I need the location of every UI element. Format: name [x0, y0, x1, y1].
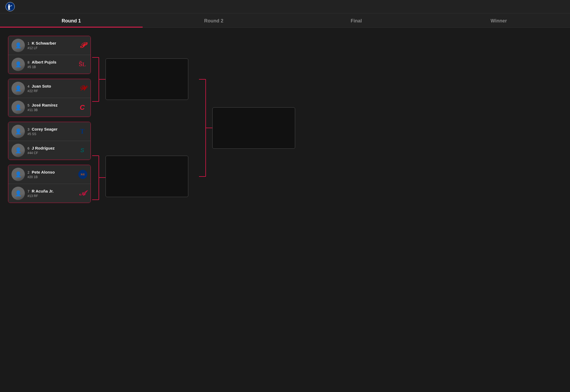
round2-box-bottom: [106, 156, 188, 197]
svg-rect-5: [9, 9, 10, 10]
name-ramirez: José Ramírez: [32, 103, 58, 107]
name-pujols: Albert Pujols: [32, 60, 57, 64]
tab-winner[interactable]: Winner: [428, 13, 570, 28]
divider-1-2: [8, 74, 92, 79]
avatar-ramirez: 👤: [11, 101, 25, 114]
svg-rect-1: [9, 4, 10, 5]
player-card-schwarber[interactable]: 👤 1 K Schwarber #12 LF 𝒫: [8, 36, 91, 55]
player-info-pujols: 8 Albert Pujols #5 1B: [28, 60, 75, 69]
round1-column: 👤 1 K Schwarber #12 LF 𝒫 👤 8 Albert Pujo…: [8, 36, 92, 203]
gap-between-pairs: [8, 117, 92, 122]
name-alonso: Pete Alonso: [32, 170, 55, 174]
detail-pujols: #5 1B: [28, 65, 75, 69]
player-card-seager[interactable]: 👤 3 Corey Seager #5 SS T: [8, 122, 91, 141]
logo-braves: 𝒜: [77, 188, 87, 198]
name-rodriguez: J Rodríguez: [32, 146, 55, 150]
name-seager: Corey Seager: [32, 127, 58, 131]
detail-acuna: #13 RF: [28, 194, 75, 198]
round2-column: [106, 36, 199, 197]
matchup-1: 👤 1 K Schwarber #12 LF 𝒫 👤 8 Albert Pujo…: [8, 36, 91, 74]
logo-mariners: S: [77, 145, 87, 155]
logo-guardians: C: [77, 102, 87, 112]
avatar-rodriguez: 👤: [11, 144, 25, 157]
svg-point-0: [6, 2, 15, 11]
app-header: [0, 0, 570, 13]
player-info-alonso: 2 Pete Alonso #20 1B: [28, 170, 76, 179]
player-info-rodriguez: 6 J Rodríguez #44 CF: [28, 146, 75, 155]
player-info-acuna: 7 R Acuña Jr. #13 RF: [28, 189, 75, 198]
seed-rodriguez: 6: [28, 146, 29, 150]
avatar-soto: 👤: [11, 82, 25, 95]
bracket-area: 👤 1 K Schwarber #12 LF 𝒫 👤 8 Albert Pujo…: [0, 28, 570, 276]
detail-schwarber: #12 LF: [28, 46, 75, 50]
avatar-alonso: 👤: [11, 168, 25, 181]
svg-rect-4: [8, 9, 9, 10]
logo-mets: NY: [78, 170, 87, 179]
svg-rect-2: [8, 5, 10, 9]
player-card-ramirez[interactable]: 👤 5 José Ramírez #11 3B C: [8, 98, 91, 117]
tab-final[interactable]: Final: [285, 13, 428, 28]
detail-rodriguez: #44 CF: [28, 151, 75, 155]
avatar-seager: 👤: [11, 125, 25, 138]
logo-nationals: 𝒲: [77, 83, 87, 93]
avatar-pujols: 👤: [11, 58, 25, 71]
nav-tabs: Round 1 Round 2 Final Winner: [0, 13, 570, 28]
name-schwarber: K Schwarber: [32, 41, 56, 45]
player-info-ramirez: 5 José Ramírez #11 3B: [28, 103, 75, 112]
seed-seager: 3: [28, 127, 29, 131]
player-card-rodriguez[interactable]: 👤 6 J Rodríguez #44 CF S: [8, 141, 91, 160]
player-info-soto: 4 Juan Soto #22 RF: [28, 84, 75, 93]
player-card-soto[interactable]: 👤 4 Juan Soto #22 RF 𝒲: [8, 79, 91, 98]
detail-ramirez: #11 3B: [28, 108, 75, 112]
tab-round1[interactable]: Round 1: [0, 13, 143, 28]
detail-soto: #22 RF: [28, 89, 75, 93]
final-box: [212, 107, 295, 149]
detail-alonso: #20 1B: [28, 175, 76, 179]
seed-pujols: 8: [28, 60, 29, 64]
name-soto: Juan Soto: [32, 84, 51, 88]
avatar-acuna: 👤: [11, 187, 25, 200]
final-column: [212, 36, 309, 149]
logo-cardinals: S̈L: [77, 59, 87, 69]
seed-alonso: 2: [28, 170, 29, 174]
mlb-logo-icon: [5, 2, 15, 11]
connector-r2-final: [199, 36, 212, 268]
seed-ramirez: 5: [28, 103, 29, 107]
avatar-schwarber: 👤: [11, 39, 25, 52]
connector-r1-r2: [92, 36, 106, 268]
player-card-acuna[interactable]: 👤 7 R Acuña Jr. #13 RF 𝒜: [8, 184, 91, 203]
matchup-4: 👤 2 Pete Alonso #20 1B NY 👤 7 R Acuña Jr…: [8, 165, 91, 203]
player-info-schwarber: 1 K Schwarber #12 LF: [28, 41, 75, 50]
player-card-alonso[interactable]: 👤 2 Pete Alonso #20 1B NY: [8, 165, 91, 184]
matchup-3: 👤 3 Corey Seager #5 SS T 👤 6 J Rodríguez: [8, 122, 91, 160]
round2-box-top: [106, 58, 188, 100]
detail-seager: #5 SS: [28, 132, 75, 136]
player-card-pujols[interactable]: 👤 8 Albert Pujols #5 1B S̈L: [8, 55, 91, 74]
seed-soto: 4: [28, 84, 29, 88]
logo-rangers: T: [77, 126, 87, 136]
seed-schwarber: 1: [28, 41, 29, 45]
seed-acuna: 7: [28, 189, 29, 193]
player-info-seager: 3 Corey Seager #5 SS: [28, 127, 75, 136]
logo-phillies: 𝒫: [77, 40, 87, 50]
matchup-2: 👤 4 Juan Soto #22 RF 𝒲 👤 5 José Ramírez: [8, 79, 91, 117]
divider-3-4: [8, 160, 92, 165]
tab-round2[interactable]: Round 2: [143, 13, 285, 28]
name-acuna: R Acuña Jr.: [32, 189, 54, 193]
